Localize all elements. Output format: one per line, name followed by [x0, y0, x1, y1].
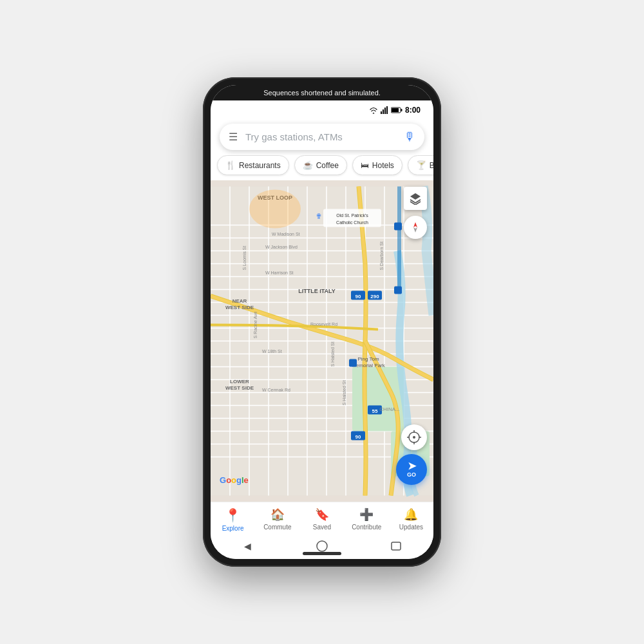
svg-rect-74 — [349, 359, 357, 367]
hamburger-icon[interactable]: ☰ — [229, 131, 238, 143]
chip-bars-label: Bars — [430, 161, 433, 170]
svg-text:W Jackson Blvd: W Jackson Blvd — [265, 245, 298, 249]
go-button[interactable]: ➤ GO — [396, 454, 427, 485]
explore-label: Explore — [222, 525, 244, 532]
svg-text:90: 90 — [355, 294, 361, 299]
chip-hotels-label: Hotels — [372, 161, 394, 170]
svg-text:Old St. Patrick's: Old St. Patrick's — [336, 213, 368, 218]
back-icon: ◀ — [244, 541, 251, 551]
location-icon — [407, 430, 421, 444]
svg-rect-47 — [397, 187, 401, 290]
svg-text:W 18th St: W 18th St — [262, 349, 282, 354]
search-placeholder[interactable]: Try gas stations, ATMs — [245, 131, 404, 142]
svg-text:LITTLE ITALY: LITTLE ITALY — [298, 288, 336, 294]
svg-text:✟: ✟ — [316, 212, 322, 221]
svg-text:WEST SIDE: WEST SIDE — [225, 305, 254, 310]
svg-text:55: 55 — [372, 408, 378, 414]
svg-rect-1 — [383, 109, 384, 114]
chip-bars[interactable]: 🍸 Bars — [408, 155, 433, 175]
svg-rect-86 — [392, 542, 401, 550]
svg-text:W Harrison St: W Harrison St — [265, 270, 294, 275]
svg-text:S Loomis St: S Loomis St — [242, 246, 247, 270]
svg-text:Memorial Park: Memorial Park — [352, 363, 386, 368]
bars-icon: 🍸 — [416, 160, 426, 170]
svg-rect-2 — [384, 108, 386, 114]
hotels-icon: 🛏 — [361, 160, 369, 170]
svg-rect-73 — [394, 287, 402, 294]
android-home-button[interactable] — [316, 540, 328, 553]
svg-marker-77 — [413, 222, 417, 227]
svg-text:90: 90 — [355, 434, 361, 440]
svg-text:Catholic Church: Catholic Church — [336, 220, 368, 225]
svg-marker-78 — [413, 227, 417, 232]
nav-commute[interactable]: 🏠 Commute — [255, 507, 299, 532]
svg-point-75 — [249, 190, 301, 229]
svg-text:Ping Tom: Ping Tom — [357, 356, 379, 362]
compass-icon — [409, 221, 422, 234]
layers-icon — [409, 192, 422, 205]
battery-icon — [391, 107, 402, 113]
notification-text: Sequences shortened and simulated. — [263, 89, 381, 97]
android-nav: ◀ — [211, 535, 433, 559]
map-svg: 90 290 90 55 WEST LOOP NEAR WEST SIDE LI… — [211, 180, 433, 502]
svg-text:CHINA...: CHINA... — [379, 406, 400, 412]
svg-point-85 — [317, 541, 327, 551]
map-area[interactable]: 90 290 90 55 WEST LOOP NEAR WEST SIDE LI… — [211, 180, 433, 502]
category-chips: 🍴 Restaurants ☕ Coffee 🛏 Hotels 🍸 Bars — [211, 155, 433, 180]
svg-rect-6 — [392, 108, 399, 112]
explore-icon: 📍 — [225, 507, 241, 523]
nav-updates[interactable]: 🔔 Updates — [389, 507, 433, 532]
phone-device: Sequences shortened and simulated. — [203, 77, 441, 567]
updates-icon: 🔔 — [404, 507, 418, 522]
status-bar: 8:00 — [211, 100, 433, 117]
home-icon — [316, 540, 328, 552]
bottom-nav: 📍 Explore 🏠 Commute 🔖 Saved ➕ Contribute… — [211, 502, 433, 535]
mic-icon[interactable]: 🎙 — [404, 130, 415, 144]
svg-text:S Dearborn St: S Dearborn St — [379, 242, 384, 270]
svg-text:NEAR: NEAR — [232, 298, 247, 304]
svg-text:290: 290 — [370, 294, 379, 299]
svg-text:W Cermak Rd: W Cermak Rd — [262, 388, 290, 392]
svg-rect-0 — [381, 111, 382, 114]
phone-screen: Sequences shortened and simulated. — [211, 85, 433, 559]
svg-text:S Racine Ave: S Racine Ave — [253, 311, 258, 338]
search-input-row[interactable]: ☰ Try gas stations, ATMs 🎙 — [220, 124, 424, 150]
saved-icon: 🔖 — [315, 507, 329, 522]
compass-button[interactable] — [404, 216, 427, 239]
map-layers-button[interactable] — [404, 187, 427, 210]
contribute-icon: ➕ — [359, 507, 374, 522]
svg-text:WEST SIDE: WEST SIDE — [225, 385, 254, 391]
chip-restaurants-label: Restaurants — [239, 161, 281, 170]
svg-text:Roosevelt Rd: Roosevelt Rd — [310, 322, 337, 327]
svg-point-80 — [413, 436, 415, 439]
wifi-icon — [369, 106, 378, 114]
nav-contribute[interactable]: ➕ Contribute — [345, 507, 389, 532]
chip-hotels[interactable]: 🛏 Hotels — [352, 155, 402, 175]
commute-label: Commute — [263, 524, 291, 531]
chip-coffee-label: Coffee — [316, 161, 339, 170]
android-back-button[interactable]: ◀ — [242, 540, 254, 553]
go-arrow-icon: ➤ — [408, 461, 416, 471]
saved-label: Saved — [313, 524, 331, 531]
restaurants-icon: 🍴 — [225, 160, 236, 170]
svg-rect-3 — [386, 106, 388, 114]
chip-restaurants[interactable]: 🍴 Restaurants — [217, 155, 289, 175]
phone-speaker — [303, 552, 341, 555]
svg-text:S Halsted St: S Halsted St — [330, 342, 335, 367]
svg-rect-5 — [401, 109, 402, 111]
svg-text:Google: Google — [220, 475, 249, 485]
signal-icon — [381, 106, 388, 114]
contribute-label: Contribute — [352, 524, 381, 531]
chip-coffee[interactable]: ☕ Coffee — [294, 155, 347, 175]
svg-text:W Madison St: W Madison St — [272, 232, 300, 236]
svg-text:S Halsted St: S Halsted St — [342, 381, 346, 406]
recent-icon — [391, 542, 401, 551]
nav-saved[interactable]: 🔖 Saved — [299, 507, 344, 532]
android-recent-button[interactable] — [390, 540, 402, 553]
svg-rect-72 — [394, 223, 402, 231]
nav-explore[interactable]: 📍 Explore — [211, 507, 255, 532]
updates-label: Updates — [399, 524, 423, 531]
go-label: GO — [407, 471, 416, 478]
location-button[interactable] — [401, 424, 427, 450]
notification-bar: Sequences shortened and simulated. — [211, 85, 433, 100]
